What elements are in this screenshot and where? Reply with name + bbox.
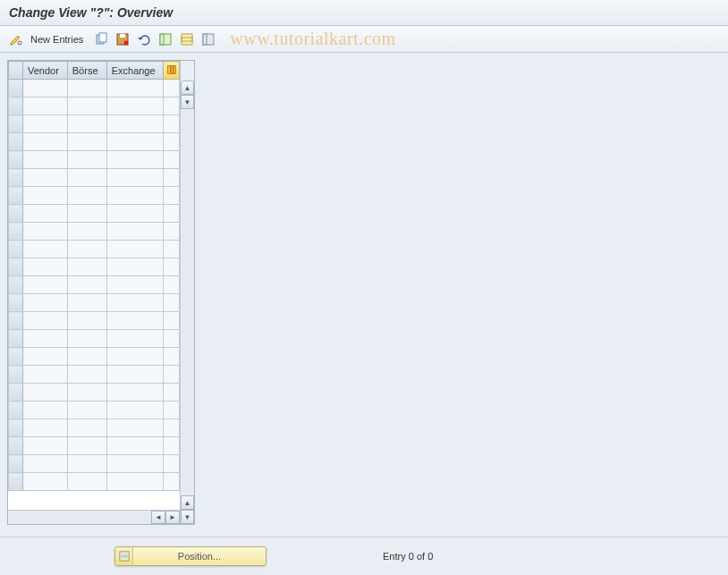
column-header-vendor[interactable]: Vendor [23, 62, 68, 80]
cell-input[interactable] [23, 241, 67, 258]
cell-input[interactable] [23, 384, 67, 401]
cell-input[interactable] [23, 312, 67, 329]
cell-input[interactable] [68, 80, 106, 97]
cell-input[interactable] [68, 205, 106, 222]
cell-input[interactable] [68, 330, 106, 347]
delete-button[interactable] [114, 30, 131, 48]
row-selector[interactable] [9, 455, 23, 473]
row-selector[interactable] [9, 97, 23, 115]
cell-input[interactable] [107, 276, 163, 293]
cell-input[interactable] [68, 276, 106, 293]
cell-input[interactable] [23, 187, 67, 204]
cell-input[interactable] [23, 437, 67, 454]
cell-input[interactable] [23, 294, 67, 311]
cell-input[interactable] [23, 258, 67, 275]
row-selector[interactable] [9, 437, 23, 455]
cell-input[interactable] [68, 115, 106, 132]
cell-input[interactable] [107, 294, 163, 311]
cell-input[interactable] [107, 384, 163, 401]
cell-input[interactable] [107, 312, 163, 329]
row-selector[interactable] [9, 258, 23, 276]
cell-input[interactable] [107, 187, 163, 204]
cell-input[interactable] [68, 455, 106, 472]
cell-input[interactable] [68, 473, 106, 490]
cell-input[interactable] [23, 419, 67, 436]
cell-input[interactable] [107, 80, 163, 97]
cell-input[interactable] [23, 133, 67, 150]
row-selector[interactable] [9, 241, 23, 258]
cell-input[interactable] [68, 384, 106, 401]
cell-input[interactable] [68, 169, 106, 186]
cell-input[interactable] [68, 187, 106, 204]
cell-input[interactable] [68, 419, 106, 436]
row-selector[interactable] [9, 205, 23, 223]
cell-input[interactable] [68, 437, 106, 454]
row-selector[interactable] [9, 80, 23, 97]
cell-input[interactable] [107, 366, 163, 383]
vscroll-up-button[interactable]: ▲ [181, 80, 194, 95]
row-selector[interactable] [9, 348, 23, 366]
cell-input[interactable] [107, 241, 163, 258]
row-selector[interactable] [9, 419, 23, 437]
cell-input[interactable] [23, 348, 67, 365]
cell-input[interactable] [23, 115, 67, 132]
cell-input[interactable] [107, 97, 163, 114]
row-selector[interactable] [9, 402, 23, 419]
cell-input[interactable] [68, 312, 106, 329]
cell-input[interactable] [107, 330, 163, 347]
cell-input[interactable] [23, 366, 67, 383]
cell-input[interactable] [23, 330, 67, 347]
copy-button[interactable] [92, 30, 110, 48]
cell-input[interactable] [23, 205, 67, 222]
cell-input[interactable] [23, 473, 67, 490]
position-button[interactable]: Position... [114, 546, 267, 566]
cell-input[interactable] [23, 169, 67, 186]
cell-input[interactable] [23, 97, 67, 114]
cell-input[interactable] [107, 348, 163, 365]
new-entries-button[interactable]: New Entries [30, 34, 83, 45]
cell-input[interactable] [68, 402, 106, 419]
table-settings-button[interactable] [164, 62, 180, 80]
row-selector[interactable] [9, 384, 23, 402]
cell-input[interactable] [23, 276, 67, 293]
cell-input[interactable] [68, 348, 106, 365]
cell-input[interactable] [107, 455, 163, 472]
toggle-change-display-button[interactable] [7, 30, 25, 48]
deselect-all-button[interactable] [199, 30, 217, 48]
cell-input[interactable] [107, 402, 163, 419]
row-selector[interactable] [9, 223, 23, 241]
cell-input[interactable] [68, 258, 106, 275]
vscroll-track[interactable] [181, 109, 194, 495]
column-header-exchange[interactable]: Exchange [106, 62, 163, 80]
cell-input[interactable] [107, 223, 163, 240]
row-selector[interactable] [9, 187, 23, 205]
cell-input[interactable] [107, 115, 163, 132]
row-selector[interactable] [9, 312, 23, 330]
cell-input[interactable] [107, 151, 163, 168]
hscroll-right-button[interactable]: ► [165, 511, 180, 524]
cell-input[interactable] [68, 151, 106, 168]
cell-input[interactable] [107, 419, 163, 436]
row-selector[interactable] [9, 276, 23, 294]
cell-input[interactable] [107, 473, 163, 490]
select-block-button[interactable] [178, 30, 196, 48]
cell-input[interactable] [68, 241, 106, 258]
cell-input[interactable] [68, 294, 106, 311]
row-selector[interactable] [9, 151, 23, 169]
row-selector[interactable] [9, 169, 23, 187]
vscroll-down-button-2[interactable]: ▼ [181, 510, 194, 524]
cell-input[interactable] [107, 205, 163, 222]
cell-input[interactable] [23, 402, 67, 419]
cell-input[interactable] [107, 437, 163, 454]
row-selector[interactable] [9, 473, 23, 491]
row-selector[interactable] [9, 133, 23, 151]
cell-input[interactable] [68, 133, 106, 150]
cell-input[interactable] [23, 151, 67, 168]
select-all-button[interactable] [157, 30, 174, 48]
cell-input[interactable] [23, 80, 67, 97]
cell-input[interactable] [107, 169, 163, 186]
row-selector[interactable] [9, 330, 23, 348]
hscroll-track[interactable] [8, 511, 151, 524]
row-selector[interactable] [9, 294, 23, 312]
select-all-rows-handle[interactable] [9, 62, 23, 80]
